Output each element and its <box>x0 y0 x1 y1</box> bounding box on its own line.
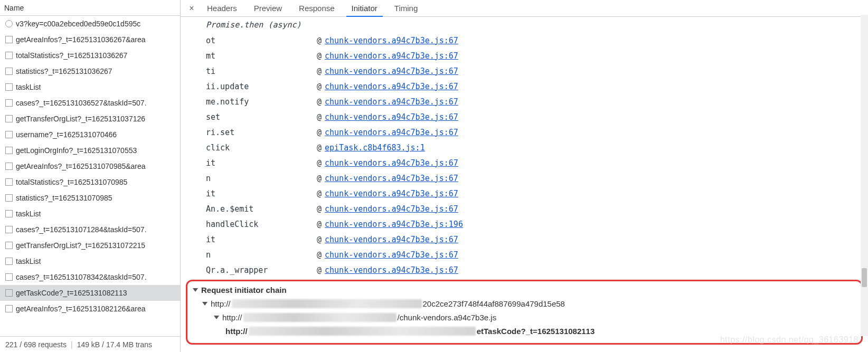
promise-label: Promise.then (async) <box>181 17 868 33</box>
stack-function: me.notify <box>206 97 317 107</box>
request-row[interactable]: statistics?_t=1625131036267 <box>0 63 180 79</box>
tab-headers[interactable]: Headers <box>199 0 246 16</box>
request-list: v3?key=c00a2ebced0ed59e0c1d595cgetAreaIn… <box>0 16 180 336</box>
request-row[interactable]: username?_t=1625131070466 <box>0 127 180 142</box>
chain-row[interactable]: http:// /chunk-vendors.a94c7b3e.js <box>193 310 856 324</box>
stack-source-link[interactable]: chunk-vendors.a94c7b3e.js:67 <box>325 51 458 61</box>
request-row[interactable]: totalStatistics?_t=1625131070985 <box>0 174 180 190</box>
file-icon <box>5 226 13 233</box>
request-name: v3?key=c00a2ebced0ed59e0c1d595c <box>16 20 140 28</box>
request-row[interactable]: taskList <box>0 79 180 95</box>
stack-source-link[interactable]: chunk-vendors.a94c7b3e.js:67 <box>325 158 458 168</box>
stack-source-link[interactable]: chunk-vendors.a94c7b3e.js:67 <box>325 204 458 214</box>
request-row[interactable]: cases?_t=1625131036527&taskId=507. <box>0 95 180 111</box>
watermark: https://blog.csdn.net/qq_36163918 <box>720 335 858 345</box>
stack-function: Qr.a._wrapper <box>206 265 317 275</box>
file-icon <box>5 36 13 43</box>
request-row[interactable]: getAreaInfos?_t=1625131082126&area <box>0 301 180 317</box>
request-row[interactable]: totalStatistics?_t=1625131036267 <box>0 47 180 63</box>
request-row[interactable]: getAreaInfos?_t=1625131036267&area <box>0 32 180 47</box>
file-icon <box>5 99 13 107</box>
stack-source-link[interactable]: chunk-vendors.a94c7b3e.js:67 <box>325 36 458 45</box>
request-name: getTaskCode?_t=1625131082113 <box>16 289 127 297</box>
stack-frame: click@epiTask.c8b4f683.js:1 <box>181 140 868 155</box>
clock-icon <box>5 20 13 27</box>
file-icon <box>5 194 13 202</box>
close-icon[interactable]: × <box>185 0 199 16</box>
tab-response[interactable]: Response <box>290 0 343 16</box>
request-row[interactable]: getLoginOrgInfo?_t=1625131070553 <box>0 142 180 158</box>
scrollbar-thumb[interactable] <box>862 268 867 287</box>
chevron-down-icon <box>202 302 207 306</box>
file-icon <box>5 131 13 138</box>
stack-source-link[interactable]: chunk-vendors.a94c7b3e.js:67 <box>325 235 458 244</box>
stack-function: n <box>206 250 317 260</box>
stack-function: n <box>206 174 317 183</box>
stack-frame: ri.set@chunk-vendors.a94c7b3e.js:67 <box>181 125 868 140</box>
stack-source-link[interactable]: epiTask.c8b4f683.js:1 <box>325 143 425 153</box>
stack-source-link[interactable]: chunk-vendors.a94c7b3e.js:67 <box>325 128 458 137</box>
redacted <box>232 299 422 308</box>
request-name: totalStatistics?_t=1625131070985 <box>16 178 127 186</box>
file-icon <box>5 68 13 75</box>
request-name: getTransferOrgList?_t=1625131037126 <box>16 115 145 123</box>
stack-frame: ti@chunk-vendors.a94c7b3e.js:67 <box>181 63 868 79</box>
file-icon <box>5 115 13 122</box>
file-icon <box>5 52 13 59</box>
request-name: getTransferOrgList?_t=1625131072215 <box>16 241 145 250</box>
stack-function: click <box>206 143 317 153</box>
stack-frame: ii.update@chunk-vendors.a94c7b3e.js:67 <box>181 79 868 94</box>
stack-function: it <box>206 189 317 198</box>
initiator-panel: Promise.then (async) ot@chunk-vendors.a9… <box>181 17 868 352</box>
stack-source-link[interactable]: chunk-vendors.a94c7b3e.js:67 <box>325 66 458 76</box>
stack-function: ot <box>206 36 317 45</box>
column-header-name[interactable]: Name <box>0 0 180 16</box>
request-row[interactable]: getTaskCode?_t=1625131082113 <box>0 285 180 301</box>
stack-function: An.e.$emit <box>206 204 317 214</box>
scrollbar[interactable] <box>861 15 868 336</box>
stack-source-link[interactable]: chunk-vendors.a94c7b3e.js:67 <box>325 112 458 122</box>
redacted <box>243 313 397 322</box>
stack-function: ri.set <box>206 128 317 137</box>
request-row[interactable]: taskList <box>0 253 180 269</box>
tab-preview[interactable]: Preview <box>246 0 290 16</box>
stack-function: set <box>206 112 317 122</box>
redacted <box>249 327 476 336</box>
status-bar: 221 / 698 requests | 149 kB / 17.4 MB tr… <box>0 336 180 352</box>
request-row[interactable]: getTransferOrgList?_t=1625131072215 <box>0 237 180 253</box>
file-icon <box>5 178 13 186</box>
request-row[interactable]: taskList <box>0 206 180 222</box>
request-name: username?_t=1625131070466 <box>16 130 117 139</box>
request-row[interactable]: getAreaInfos?_t=1625131070985&area <box>0 158 180 174</box>
file-icon <box>5 210 13 217</box>
transfer-size: 149 kB / 17.4 MB trans <box>77 340 152 349</box>
stack-source-link[interactable]: chunk-vendors.a94c7b3e.js:67 <box>325 174 458 183</box>
request-name: taskList <box>16 210 41 218</box>
tab-initiator[interactable]: Initiator <box>343 0 386 16</box>
stack-source-link[interactable]: chunk-vendors.a94c7b3e.js:67 <box>325 250 458 260</box>
request-name: cases?_t=1625131071284&taskId=507. <box>16 225 147 234</box>
stack-function: ii.update <box>206 82 317 91</box>
stack-source-link[interactable]: chunk-vendors.a94c7b3e.js:196 <box>325 220 463 229</box>
stack-source-link[interactable]: chunk-vendors.a94c7b3e.js:67 <box>325 97 458 107</box>
file-icon <box>5 147 13 154</box>
request-row[interactable]: getTransferOrgList?_t=1625131037126 <box>0 111 180 127</box>
stack-function: mt <box>206 51 317 61</box>
request-row[interactable]: v3?key=c00a2ebced0ed59e0c1d595c <box>0 16 180 32</box>
request-name: getAreaInfos?_t=1625131036267&area <box>16 35 146 44</box>
stack-source-link[interactable]: chunk-vendors.a94c7b3e.js:67 <box>325 82 458 91</box>
stack-function: handleClick <box>206 220 317 229</box>
chain-row[interactable]: http:// 20c2ce273f748f44af887699a479d15e… <box>193 297 856 310</box>
stack-frame: it@chunk-vendors.a94c7b3e.js:67 <box>181 232 868 247</box>
stack-frame: it@chunk-vendors.a94c7b3e.js:67 <box>181 155 868 170</box>
stack-source-link[interactable]: chunk-vendors.a94c7b3e.js:67 <box>325 189 458 198</box>
stack-source-link[interactable]: chunk-vendors.a94c7b3e.js:67 <box>325 265 458 275</box>
chain-header[interactable]: Request initiator chain <box>193 286 856 294</box>
request-row[interactable]: statistics?_t=1625131070985 <box>0 190 180 206</box>
request-list-panel: Name v3?key=c00a2ebced0ed59e0c1d595cgetA… <box>0 0 181 352</box>
request-row[interactable]: cases?_t=1625131071284&taskId=507. <box>0 222 180 237</box>
request-name: cases?_t=1625131078342&taskId=507. <box>16 273 147 281</box>
tab-timing[interactable]: Timing <box>386 0 426 16</box>
request-row[interactable]: cases?_t=1625131078342&taskId=507. <box>0 269 180 285</box>
stack-function: it <box>206 235 317 244</box>
